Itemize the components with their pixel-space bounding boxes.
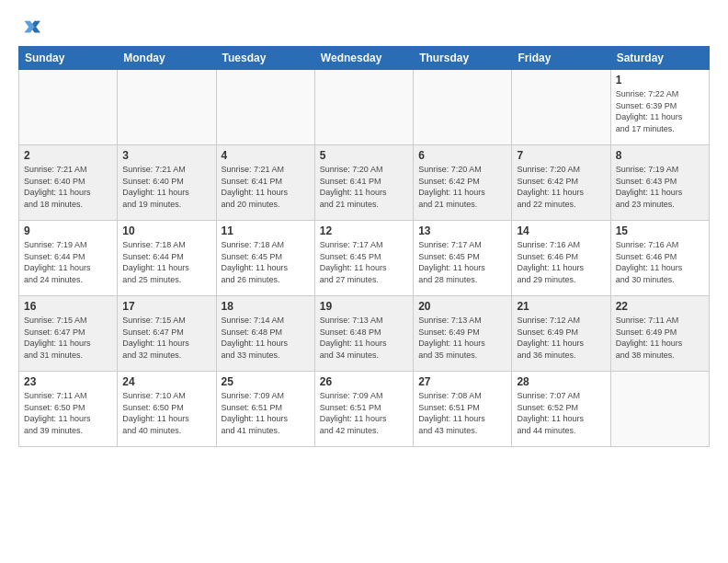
day-info: Sunrise: 7:13 AM Sunset: 6:48 PM Dayligh… <box>320 315 408 361</box>
day-number: 13 <box>418 224 506 237</box>
calendar-cell: 9Sunrise: 7:19 AM Sunset: 6:44 PM Daylig… <box>19 221 118 296</box>
calendar-cell: 12Sunrise: 7:17 AM Sunset: 6:45 PM Dayli… <box>314 221 413 296</box>
day-info: Sunrise: 7:18 AM Sunset: 6:45 PM Dayligh… <box>222 239 310 285</box>
calendar-cell: 15Sunrise: 7:16 AM Sunset: 6:46 PM Dayli… <box>610 221 709 296</box>
weekday-header: Sunday <box>19 47 118 70</box>
day-info: Sunrise: 7:08 AM Sunset: 6:51 PM Dayligh… <box>418 390 506 436</box>
calendar-cell <box>216 70 314 145</box>
calendar-week-row: 2Sunrise: 7:21 AM Sunset: 6:40 PM Daylig… <box>19 145 710 221</box>
calendar-cell: 2Sunrise: 7:21 AM Sunset: 6:40 PM Daylig… <box>19 145 118 221</box>
day-info: Sunrise: 7:16 AM Sunset: 6:46 PM Dayligh… <box>616 239 704 285</box>
day-number: 9 <box>24 224 112 237</box>
day-info: Sunrise: 7:20 AM Sunset: 6:42 PM Dayligh… <box>517 164 605 210</box>
calendar-cell: 22Sunrise: 7:11 AM Sunset: 6:49 PM Dayli… <box>610 296 709 372</box>
day-number: 19 <box>320 300 408 313</box>
weekday-header: Friday <box>512 47 610 70</box>
calendar-cell: 10Sunrise: 7:18 AM Sunset: 6:44 PM Dayli… <box>118 221 216 296</box>
day-info: Sunrise: 7:21 AM Sunset: 6:40 PM Dayligh… <box>122 164 210 210</box>
calendar-cell: 28Sunrise: 7:07 AM Sunset: 6:52 PM Dayli… <box>512 372 610 447</box>
day-info: Sunrise: 7:19 AM Sunset: 6:44 PM Dayligh… <box>24 239 112 285</box>
calendar-cell: 5Sunrise: 7:20 AM Sunset: 6:41 PM Daylig… <box>314 145 413 221</box>
day-number: 20 <box>418 300 506 313</box>
day-number: 17 <box>122 300 210 313</box>
day-number: 22 <box>616 300 704 313</box>
day-number: 4 <box>222 149 310 162</box>
day-info: Sunrise: 7:17 AM Sunset: 6:45 PM Dayligh… <box>320 239 408 285</box>
calendar-cell: 8Sunrise: 7:19 AM Sunset: 6:43 PM Daylig… <box>610 145 709 221</box>
day-number: 23 <box>24 375 112 388</box>
calendar-week-row: 1Sunrise: 7:22 AM Sunset: 6:39 PM Daylig… <box>19 70 710 145</box>
day-info: Sunrise: 7:09 AM Sunset: 6:51 PM Dayligh… <box>320 390 408 436</box>
day-number: 21 <box>517 300 605 313</box>
day-number: 6 <box>418 149 506 162</box>
day-info: Sunrise: 7:20 AM Sunset: 6:41 PM Dayligh… <box>320 164 408 210</box>
day-number: 25 <box>222 375 310 388</box>
day-info: Sunrise: 7:07 AM Sunset: 6:52 PM Dayligh… <box>517 390 605 436</box>
calendar-cell: 27Sunrise: 7:08 AM Sunset: 6:51 PM Dayli… <box>414 372 512 447</box>
calendar-header: SundayMondayTuesdayWednesdayThursdayFrid… <box>19 47 710 70</box>
day-info: Sunrise: 7:20 AM Sunset: 6:42 PM Dayligh… <box>418 164 506 210</box>
day-number: 16 <box>24 300 112 313</box>
calendar-cell <box>414 70 512 145</box>
day-number: 14 <box>517 224 605 237</box>
calendar-cell: 23Sunrise: 7:11 AM Sunset: 6:50 PM Dayli… <box>19 372 118 447</box>
calendar-cell: 16Sunrise: 7:15 AM Sunset: 6:47 PM Dayli… <box>19 296 118 372</box>
weekday-header: Monday <box>118 47 216 70</box>
calendar-cell: 3Sunrise: 7:21 AM Sunset: 6:40 PM Daylig… <box>118 145 216 221</box>
weekday-header: Thursday <box>414 47 512 70</box>
calendar-cell: 25Sunrise: 7:09 AM Sunset: 6:51 PM Dayli… <box>216 372 314 447</box>
calendar-table: SundayMondayTuesdayWednesdayThursdayFrid… <box>18 46 710 447</box>
calendar-cell: 26Sunrise: 7:09 AM Sunset: 6:51 PM Dayli… <box>314 372 413 447</box>
calendar-cell <box>118 70 216 145</box>
day-info: Sunrise: 7:21 AM Sunset: 6:41 PM Dayligh… <box>222 164 310 210</box>
calendar-cell: 20Sunrise: 7:13 AM Sunset: 6:49 PM Dayli… <box>414 296 512 372</box>
calendar-body: 1Sunrise: 7:22 AM Sunset: 6:39 PM Daylig… <box>19 70 710 447</box>
day-info: Sunrise: 7:17 AM Sunset: 6:45 PM Dayligh… <box>418 239 506 285</box>
day-number: 12 <box>320 224 408 237</box>
calendar-cell: 18Sunrise: 7:14 AM Sunset: 6:48 PM Dayli… <box>216 296 314 372</box>
calendar-cell <box>610 372 709 447</box>
day-info: Sunrise: 7:15 AM Sunset: 6:47 PM Dayligh… <box>122 315 210 361</box>
header <box>18 17 710 39</box>
calendar-cell: 6Sunrise: 7:20 AM Sunset: 6:42 PM Daylig… <box>414 145 512 221</box>
day-info: Sunrise: 7:14 AM Sunset: 6:48 PM Dayligh… <box>222 315 310 361</box>
calendar-cell: 24Sunrise: 7:10 AM Sunset: 6:50 PM Dayli… <box>118 372 216 447</box>
logo-icon <box>18 17 40 39</box>
day-info: Sunrise: 7:12 AM Sunset: 6:49 PM Dayligh… <box>517 315 605 361</box>
calendar-week-row: 16Sunrise: 7:15 AM Sunset: 6:47 PM Dayli… <box>19 296 710 372</box>
day-number: 26 <box>320 375 408 388</box>
calendar-cell: 7Sunrise: 7:20 AM Sunset: 6:42 PM Daylig… <box>512 145 610 221</box>
calendar-cell: 11Sunrise: 7:18 AM Sunset: 6:45 PM Dayli… <box>216 221 314 296</box>
logo <box>18 17 44 39</box>
day-info: Sunrise: 7:16 AM Sunset: 6:46 PM Dayligh… <box>517 239 605 285</box>
day-number: 7 <box>517 149 605 162</box>
day-number: 3 <box>122 149 210 162</box>
calendar-cell: 21Sunrise: 7:12 AM Sunset: 6:49 PM Dayli… <box>512 296 610 372</box>
day-number: 11 <box>222 224 310 237</box>
day-info: Sunrise: 7:09 AM Sunset: 6:51 PM Dayligh… <box>222 390 310 436</box>
day-number: 15 <box>616 224 704 237</box>
day-info: Sunrise: 7:19 AM Sunset: 6:43 PM Dayligh… <box>616 164 704 210</box>
day-info: Sunrise: 7:10 AM Sunset: 6:50 PM Dayligh… <box>122 390 210 436</box>
day-info: Sunrise: 7:13 AM Sunset: 6:49 PM Dayligh… <box>418 315 506 361</box>
calendar-cell: 13Sunrise: 7:17 AM Sunset: 6:45 PM Dayli… <box>414 221 512 296</box>
day-info: Sunrise: 7:18 AM Sunset: 6:44 PM Dayligh… <box>122 239 210 285</box>
calendar-cell: 17Sunrise: 7:15 AM Sunset: 6:47 PM Dayli… <box>118 296 216 372</box>
day-number: 8 <box>616 149 704 162</box>
weekday-header: Wednesday <box>314 47 413 70</box>
weekday-row: SundayMondayTuesdayWednesdayThursdayFrid… <box>19 47 710 70</box>
weekday-header: Saturday <box>610 47 709 70</box>
day-number: 18 <box>222 300 310 313</box>
day-number: 27 <box>418 375 506 388</box>
calendar-cell <box>19 70 118 145</box>
calendar-cell: 19Sunrise: 7:13 AM Sunset: 6:48 PM Dayli… <box>314 296 413 372</box>
calendar-week-row: 23Sunrise: 7:11 AM Sunset: 6:50 PM Dayli… <box>19 372 710 447</box>
calendar-cell: 1Sunrise: 7:22 AM Sunset: 6:39 PM Daylig… <box>610 70 709 145</box>
day-number: 5 <box>320 149 408 162</box>
day-number: 28 <box>517 375 605 388</box>
day-info: Sunrise: 7:11 AM Sunset: 6:49 PM Dayligh… <box>616 315 704 361</box>
day-info: Sunrise: 7:22 AM Sunset: 6:39 PM Dayligh… <box>616 88 704 134</box>
calendar-cell <box>512 70 610 145</box>
svg-marker-1 <box>24 21 34 33</box>
day-number: 10 <box>122 224 210 237</box>
